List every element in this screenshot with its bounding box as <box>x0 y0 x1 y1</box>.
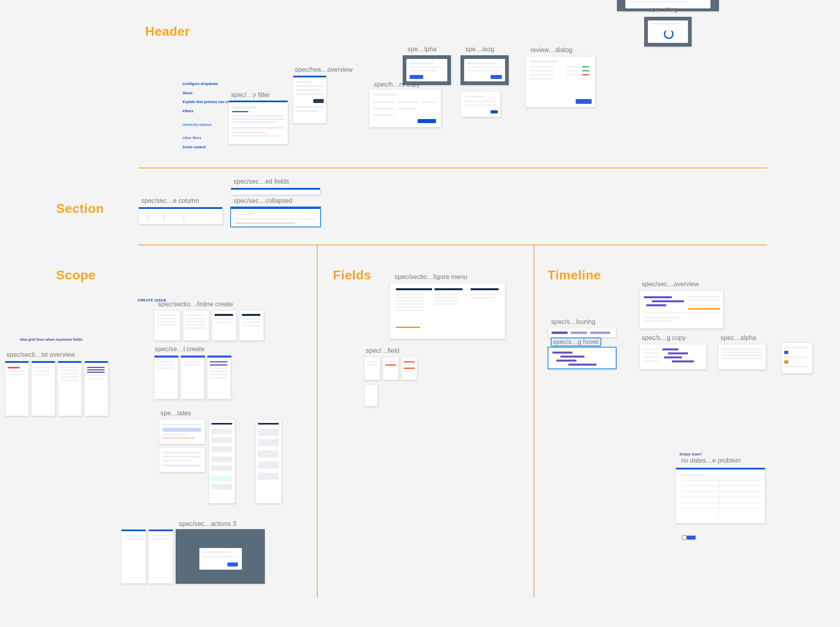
frame-label[interactable]: spec/sec…overview <box>642 281 699 288</box>
divider-horizontal-1 <box>138 168 767 168</box>
frame-label[interactable]: spec/sec…collapsed <box>233 197 292 204</box>
frame-label[interactable]: spec/…y filter <box>231 91 270 99</box>
divider-vertical-1 <box>317 245 318 597</box>
frame-inline-create-1[interactable] <box>154 310 181 341</box>
frame-label[interactable]: no dates…e problem <box>681 457 741 464</box>
frame-hierarchy-filter[interactable] <box>229 100 288 144</box>
frame-states-2[interactable] <box>209 419 235 504</box>
frame-label[interactable]: spec/s…louring <box>551 318 595 326</box>
frame-label[interactable]: spec/…field <box>366 347 400 354</box>
frame-field-4[interactable] <box>364 385 378 407</box>
note-line: Zoom control <box>183 145 206 149</box>
frame-lcreate-1[interactable] <box>154 355 178 399</box>
frame-field-3[interactable] <box>401 357 417 380</box>
frame-field-2[interactable] <box>383 357 399 380</box>
frame-colouring[interactable] <box>548 328 616 338</box>
frame-label[interactable]: spec/sec…actions 3 <box>179 520 236 528</box>
frame-label[interactable]: spec/se…l create <box>155 346 205 353</box>
section-title-scope: Scope <box>56 268 96 283</box>
frame-states-1b[interactable] <box>159 447 205 472</box>
frame-label[interactable]: spe…lpha <box>408 46 436 53</box>
frame-states-1[interactable] <box>159 419 205 444</box>
frame-lcreate-3[interactable] <box>207 355 231 399</box>
frame-label[interactable]: review…dialog <box>530 47 572 54</box>
frame-label[interactable]: spec/sectio…figure menu <box>395 273 467 281</box>
figma-canvas[interactable]: Header Section Scope Fields Timeline Con… <box>0 0 840 627</box>
frame-scope-list-1[interactable] <box>5 361 29 416</box>
note-line: Configure dropdown <box>183 82 218 86</box>
frame-actions-b[interactable] <box>148 529 173 584</box>
frame-dialog-panel[interactable] <box>461 91 501 117</box>
frame-label[interactable]: spec/sectio…/inline create <box>158 301 233 308</box>
empty-state-annotation: Empty state? <box>680 452 702 457</box>
frame-filters-copy[interactable] <box>369 89 441 127</box>
frame-section-collapsed[interactable] <box>231 207 321 227</box>
divider-vertical-2 <box>534 245 534 597</box>
divider-horizontal-2 <box>138 245 767 245</box>
frame-g-hover[interactable] <box>548 347 616 369</box>
frame-g-copy[interactable] <box>639 344 707 370</box>
frame-label[interactable]: spec/hea…overview <box>295 66 353 73</box>
frame-field-1[interactable] <box>364 357 380 380</box>
frame-actions-a[interactable] <box>121 529 146 584</box>
frame-label[interactable]: spec/sec…e column <box>141 197 199 204</box>
frame-no-dates[interactable] <box>676 467 765 524</box>
frame-label[interactable]: spec/sec…ed fields <box>233 178 289 185</box>
frame-dialog[interactable] <box>461 55 509 85</box>
note-line: Share <box>183 91 193 95</box>
section-title-section: Section <box>56 201 104 216</box>
frame-inline-create-4[interactable] <box>239 310 264 341</box>
legend-chip <box>687 536 696 540</box>
note-line: Filters <box>183 109 193 113</box>
frame-label-selected[interactable]: spec/s…g hover <box>551 338 601 346</box>
frame-configure-menu[interactable] <box>390 283 505 339</box>
frame-label[interactable]: spec/secti…ist overview <box>6 351 75 358</box>
frame-section-ed-fields[interactable] <box>231 188 321 195</box>
frame-timeline-overview[interactable] <box>639 290 724 329</box>
idea-annotation: Idea grid lines when maximise fields <box>20 338 83 342</box>
frame-states-3[interactable] <box>255 419 282 504</box>
section-title-fields: Fields <box>333 268 371 283</box>
frame-spe-iting[interactable] <box>644 17 692 47</box>
frame-label[interactable]: spe…iaog <box>465 46 494 53</box>
frame-label[interactable]: spe…iting <box>649 6 678 13</box>
frame-inline-create-3[interactable] <box>212 310 237 341</box>
frame-review-dialog[interactable] <box>526 56 595 107</box>
frame-section-column[interactable] <box>138 207 223 225</box>
frame-label[interactable]: spe…tates <box>160 410 191 417</box>
frame-scope-list-3[interactable] <box>58 361 82 416</box>
frame-scope-list-4[interactable] <box>84 361 108 416</box>
frame-alpha[interactable] <box>403 55 451 85</box>
frame-label[interactable]: spec…alpha <box>720 334 756 342</box>
frame-actions-dialog[interactable] <box>176 529 265 584</box>
frame-label[interactable]: spec/s…g copy <box>642 334 686 342</box>
frame-header-overview[interactable] <box>293 75 327 123</box>
frame-lcreate-2[interactable] <box>181 355 205 399</box>
frame-scope-list-2[interactable] <box>31 361 55 416</box>
legend-box-icon <box>682 535 687 540</box>
section-title-header: Header <box>145 24 190 39</box>
frame-timeline-alpha-2[interactable] <box>781 342 813 374</box>
frame-inline-create-2[interactable] <box>183 310 209 341</box>
section-title-timeline: Timeline <box>548 268 601 283</box>
frame-timeline-alpha-1[interactable] <box>718 344 766 370</box>
